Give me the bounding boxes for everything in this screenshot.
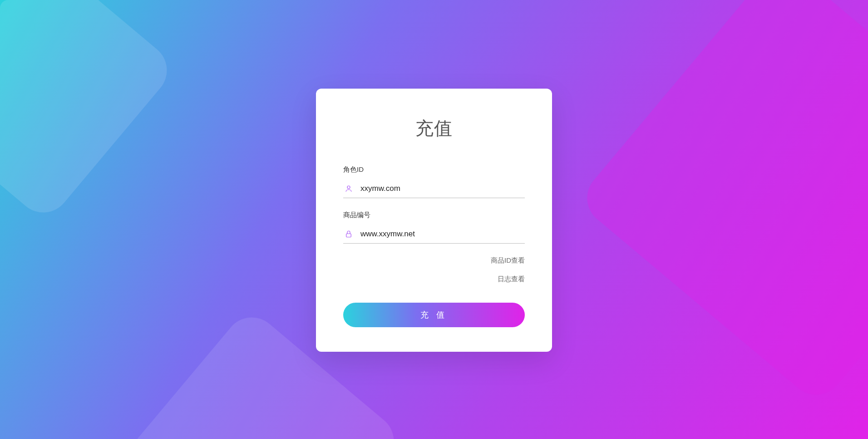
recharge-submit-button[interactable]: 充 值 [343,303,525,327]
view-log-link[interactable]: 日志查看 [498,275,525,283]
product-id-input-wrap [343,226,525,244]
user-icon [344,184,353,193]
lock-icon [344,229,353,239]
role-id-label: 角色ID [343,165,525,174]
product-id-input[interactable] [360,229,524,239]
recharge-card: 充值 角色ID 商品编号 商品ID查看 日志查看 充 值 [316,89,552,352]
role-id-field: 角色ID [343,165,525,198]
view-log-link-row: 日志查看 [343,275,525,284]
product-id-field: 商品编号 [343,211,525,244]
svg-rect-1 [346,234,351,237]
bg-decor-shape [0,0,178,224]
bg-decor-shape [576,0,868,406]
svg-point-0 [347,186,350,189]
role-id-input[interactable] [360,184,524,193]
role-id-input-wrap [343,180,525,198]
view-product-link-row: 商品ID查看 [343,256,525,265]
view-product-id-link[interactable]: 商品ID查看 [491,256,525,264]
product-id-label: 商品编号 [343,211,525,220]
card-title: 充值 [343,116,525,141]
